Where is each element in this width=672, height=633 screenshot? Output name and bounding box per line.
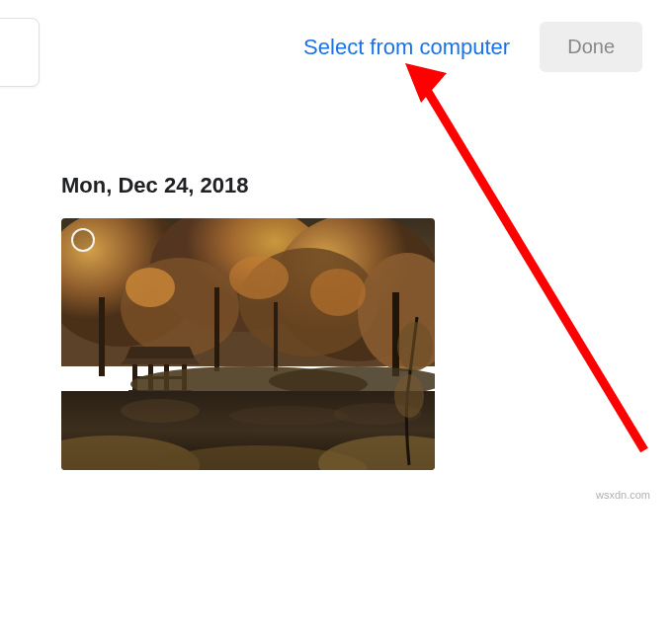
svg-point-32 <box>394 374 424 418</box>
watermark-text: wsxdn.com <box>596 489 650 501</box>
done-button[interactable]: Done <box>540 22 642 72</box>
svg-marker-14 <box>126 347 195 358</box>
svg-point-7 <box>126 268 175 307</box>
svg-point-9 <box>310 269 366 316</box>
svg-rect-10 <box>99 297 105 376</box>
svg-point-31 <box>397 322 433 371</box>
photo-image <box>61 218 435 470</box>
svg-point-8 <box>229 256 289 299</box>
svg-rect-11 <box>214 287 219 371</box>
date-heading: Mon, Dec 24, 2018 <box>61 173 672 198</box>
select-from-computer-link[interactable]: Select from computer <box>303 35 510 60</box>
photo-thumbnail[interactable] <box>61 218 435 470</box>
svg-rect-12 <box>274 302 278 371</box>
partial-box-left <box>0 18 40 87</box>
svg-rect-13 <box>392 292 399 376</box>
svg-marker-15 <box>121 358 200 364</box>
svg-point-25 <box>121 399 200 423</box>
selection-circle-icon[interactable] <box>71 228 95 252</box>
content-area: Mon, Dec 24, 2018 <box>0 94 672 470</box>
top-bar: Select from computer Done <box>0 0 672 94</box>
svg-point-26 <box>229 406 348 426</box>
